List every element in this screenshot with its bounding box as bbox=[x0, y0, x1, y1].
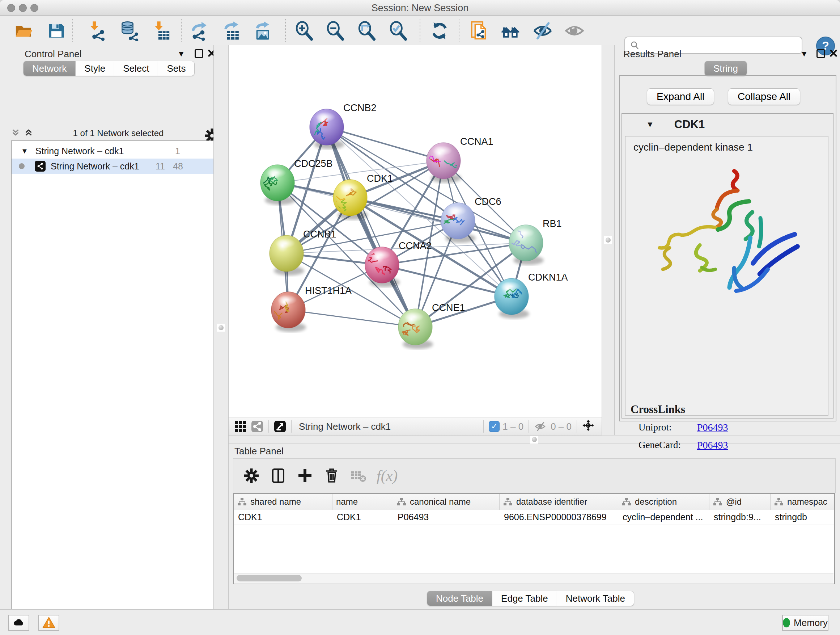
column-header-database-identifier[interactable]: database identifier bbox=[500, 494, 618, 510]
column-header-description[interactable]: description bbox=[618, 494, 709, 510]
warning-button[interactable] bbox=[38, 615, 59, 631]
network-collection-row[interactable]: ▼ String Network – cdk1 1 bbox=[11, 143, 216, 158]
current-network-dot bbox=[19, 163, 25, 169]
collapse-all-icon[interactable] bbox=[11, 128, 20, 139]
function-builder-icon[interactable]: f(x) bbox=[377, 467, 398, 485]
toolbar-separator bbox=[459, 19, 459, 42]
expand-all-button[interactable]: Expand All bbox=[647, 88, 714, 105]
node-label-CCNA2[interactable]: CCNA2 bbox=[399, 241, 432, 251]
results-panel-close-icon[interactable] bbox=[829, 49, 837, 59]
column-header-namespac[interactable]: namespac bbox=[771, 494, 834, 510]
zoom-fit-icon[interactable] bbox=[356, 21, 377, 41]
node-label-CCNB2[interactable]: CCNB2 bbox=[343, 103, 377, 113]
tree-expander-icon[interactable]: ▼ bbox=[21, 147, 28, 155]
results-panel-menu-caret[interactable]: ▼ bbox=[800, 49, 808, 59]
table-cell[interactable]: 9606.ENSP00000378699 bbox=[500, 510, 618, 524]
table-row[interactable]: CDK1CDK1P064939606.ENSP00000378699cyclin… bbox=[234, 510, 834, 525]
add-column-icon[interactable] bbox=[296, 467, 314, 485]
save-session-icon[interactable] bbox=[46, 21, 66, 41]
right-splitter-handle[interactable] bbox=[604, 236, 612, 244]
table-body: CDK1CDK1P064939606.ENSP00000378699cyclin… bbox=[234, 510, 834, 525]
column-header--id[interactable]: @id bbox=[709, 494, 771, 510]
crosshair-icon[interactable] bbox=[582, 419, 597, 434]
export-table-icon[interactable] bbox=[221, 21, 242, 41]
zoom-out-icon[interactable] bbox=[325, 21, 345, 41]
right-splitter[interactable] bbox=[602, 45, 615, 435]
edge-count: 48 bbox=[173, 161, 183, 172]
column-header-shared-name[interactable]: shared name bbox=[234, 494, 332, 510]
table-cell[interactable]: CDK1 bbox=[332, 510, 393, 524]
export-image-icon[interactable] bbox=[252, 21, 272, 41]
expand-all-icon[interactable] bbox=[24, 128, 33, 139]
left-splitter[interactable] bbox=[213, 45, 229, 609]
node-label-CCNB1[interactable]: CCNB1 bbox=[303, 229, 336, 240]
share-view-icon[interactable] bbox=[251, 420, 264, 432]
node-label-CDK1[interactable]: CDK1 bbox=[367, 173, 393, 184]
column-header-canonical-name[interactable]: canonical name bbox=[393, 494, 500, 510]
gene-section-header[interactable]: ▼ CDK1 bbox=[622, 114, 833, 135]
node-label-CDKN1A[interactable]: CDKN1A bbox=[528, 272, 568, 283]
birdseye-view-icon[interactable] bbox=[274, 420, 286, 432]
hide-eye-icon[interactable] bbox=[532, 21, 553, 41]
cloud-button[interactable] bbox=[8, 615, 29, 631]
horizontal-splitter-handle[interactable] bbox=[531, 435, 538, 443]
network-canvas[interactable]: CCNB2CCNA1CDC25BCDK1CDC6RB1CCNB1CCNA2CDK… bbox=[229, 45, 602, 417]
string-app-icon bbox=[35, 161, 46, 172]
control-panel-menu-caret[interactable]: ▼ bbox=[177, 49, 185, 59]
memory-button[interactable]: Memory bbox=[782, 615, 829, 631]
import-table-icon[interactable] bbox=[151, 21, 172, 41]
node-label-RB1[interactable]: RB1 bbox=[543, 218, 562, 229]
homes-icon[interactable] bbox=[501, 21, 521, 41]
tab-sets[interactable]: Sets bbox=[158, 61, 195, 76]
table-horizontal-scrollbar[interactable] bbox=[234, 573, 834, 583]
gene-expander-icon[interactable]: ▼ bbox=[646, 120, 654, 129]
selected-checkbox[interactable]: ✓ bbox=[489, 421, 500, 432]
zoom-in-icon[interactable] bbox=[294, 21, 314, 41]
tab-edge-table[interactable]: Edge Table bbox=[493, 591, 557, 606]
tab-select[interactable]: Select bbox=[114, 61, 158, 76]
tab-network[interactable]: Network bbox=[23, 61, 76, 76]
grid-view-icon[interactable] bbox=[234, 420, 247, 432]
tab-style[interactable]: Style bbox=[76, 61, 114, 76]
import-network-icon[interactable] bbox=[87, 21, 107, 41]
hidden-eye-icon[interactable] bbox=[534, 420, 548, 432]
delete-column-icon[interactable] bbox=[323, 467, 340, 485]
refresh-icon[interactable] bbox=[429, 21, 450, 41]
delete-table-icon[interactable] bbox=[350, 467, 367, 485]
network-row-selected[interactable]: String Network – cdk1 11 48 bbox=[11, 158, 216, 174]
string-results-box: Expand All Collapse All ▼ CDK1 cyclin–de… bbox=[619, 75, 836, 421]
gear-icon[interactable] bbox=[243, 467, 260, 485]
show-eye-icon[interactable] bbox=[564, 21, 584, 41]
collapse-all-button[interactable]: Collapse All bbox=[728, 88, 800, 105]
scrollbar-thumb[interactable] bbox=[237, 575, 302, 581]
results-panel-float-icon[interactable] bbox=[816, 49, 825, 58]
node-label-CDC6[interactable]: CDC6 bbox=[475, 196, 501, 207]
toolbar-separator bbox=[73, 19, 73, 42]
tab-network-table[interactable]: Network Table bbox=[557, 591, 634, 606]
export-network-icon[interactable] bbox=[189, 21, 209, 41]
node-label-CCNA1[interactable]: CCNA1 bbox=[460, 136, 493, 147]
crosslink-link[interactable]: P06493 bbox=[697, 422, 728, 433]
open-session-icon[interactable] bbox=[14, 21, 34, 41]
zoom-selected-icon[interactable] bbox=[388, 21, 408, 41]
node-label-CDC25B[interactable]: CDC25B bbox=[294, 158, 333, 169]
left-splitter-handle[interactable] bbox=[217, 324, 225, 332]
table-cell[interactable]: stringdb bbox=[771, 510, 834, 524]
footer-separator bbox=[268, 420, 269, 432]
string-document-icon[interactable] bbox=[469, 21, 489, 41]
columns-icon[interactable] bbox=[270, 467, 287, 485]
table-cell[interactable]: P06493 bbox=[393, 510, 500, 524]
column-header-name[interactable]: name bbox=[332, 494, 393, 510]
table-cell[interactable]: cyclin–dependent ... bbox=[618, 510, 709, 524]
import-network-from-database-icon[interactable] bbox=[118, 21, 139, 41]
network-row-label: String Network – cdk1 bbox=[51, 161, 139, 172]
control-panel-float-icon[interactable] bbox=[195, 49, 203, 58]
tab-string[interactable]: String bbox=[704, 61, 747, 76]
node-label-CCNE1[interactable]: CCNE1 bbox=[432, 302, 465, 313]
node-label-HIST1H1A[interactable]: HIST1H1A bbox=[305, 285, 352, 296]
gene-details: cyclin–dependent kinase 1 bbox=[625, 136, 829, 416]
hidden-count: 0 – 0 bbox=[551, 421, 572, 432]
table-cell[interactable]: stringdb:9... bbox=[709, 510, 771, 524]
tab-node-table[interactable]: Node Table bbox=[427, 591, 493, 606]
table-cell[interactable]: CDK1 bbox=[234, 510, 332, 524]
